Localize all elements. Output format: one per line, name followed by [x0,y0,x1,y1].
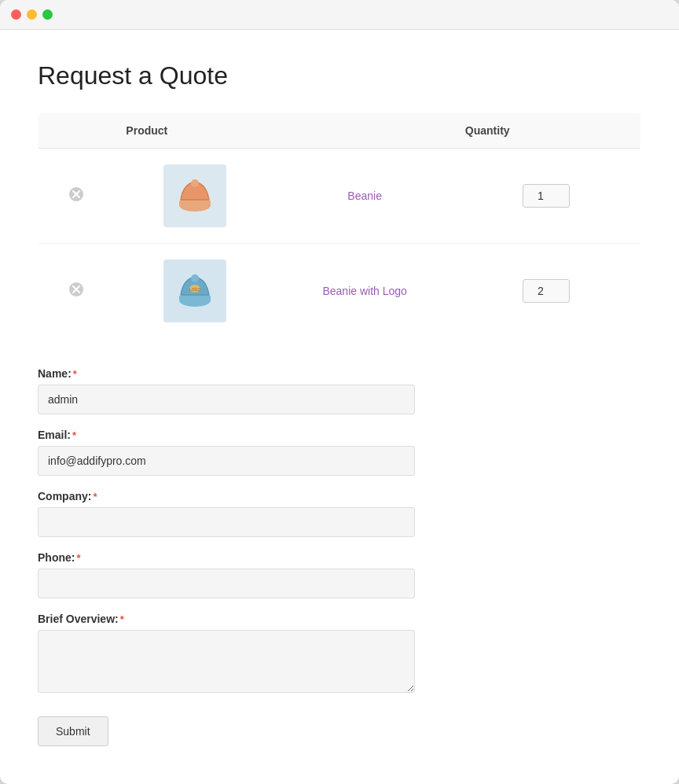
email-label: Email:* [38,429,641,441]
required-star: * [73,368,77,380]
company-field-group: Company:* [38,490,641,537]
overview-textarea[interactable] [38,630,415,693]
page-content: Request a Quote Product Quantity [0,30,679,784]
beanie-orange-icon [171,172,218,219]
name-field-group: Name:* [38,367,641,414]
product-name-cell: Beanie [277,149,453,244]
beanie-blue-icon: LOGO [171,267,218,315]
quantity-cell [453,244,641,339]
svg-rect-4 [179,200,211,206]
svg-point-13 [191,274,199,282]
remove-cell [39,244,114,339]
svg-point-6 [191,179,199,187]
contact-form: Name:* Email:* Company:* Phone:* [38,367,641,746]
remove-item-button[interactable] [68,186,84,204]
product-link[interactable]: Beanie [347,190,382,202]
remove-icon [68,186,84,202]
email-input[interactable] [38,446,415,476]
titlebar [0,0,679,30]
company-input[interactable] [38,507,415,537]
quantity-cell [453,149,641,244]
phone-input[interactable] [38,569,415,598]
maximize-button[interactable] [42,9,53,20]
minimize-button[interactable] [27,9,37,20]
svg-text:LOGO: LOGO [189,287,201,292]
name-label: Name:* [38,367,641,380]
email-field-group: Email:* [38,429,641,476]
table-row: Beanie [39,149,641,244]
overview-label: Brief Overview:* [38,613,641,625]
required-star: * [120,613,124,625]
product-image: LOGO [163,259,226,322]
quote-table: Product Quantity [38,112,641,339]
submit-button[interactable]: Submit [38,716,108,746]
remove-cell [39,149,114,244]
product-image [163,164,226,227]
quantity-input[interactable] [523,184,570,208]
table-row: LOGO Beanie with Logo [39,244,641,339]
required-star: * [93,491,97,502]
col-quantity-header: Quantity [453,113,641,149]
product-link[interactable]: Beanie with Logo [322,285,406,297]
required-star: * [72,429,76,441]
app-window: Request a Quote Product Quantity [0,0,679,784]
company-label: Company:* [38,490,641,502]
product-image-cell: LOGO [113,244,277,339]
required-star: * [76,552,80,564]
phone-label: Phone:* [38,551,641,564]
col-product-header: Product [113,113,452,149]
svg-rect-11 [179,295,211,301]
remove-item-button[interactable] [68,282,84,300]
overview-field-group: Brief Overview:* [38,613,641,696]
product-image-cell [113,149,277,244]
product-name-cell: Beanie with Logo [277,244,453,339]
close-button[interactable] [11,9,21,20]
remove-icon [68,282,84,297]
col-remove-header [39,113,114,149]
name-input[interactable] [38,385,415,414]
page-title: Request a Quote [38,61,641,90]
phone-field-group: Phone:* [38,551,641,598]
quantity-input[interactable] [523,279,570,303]
